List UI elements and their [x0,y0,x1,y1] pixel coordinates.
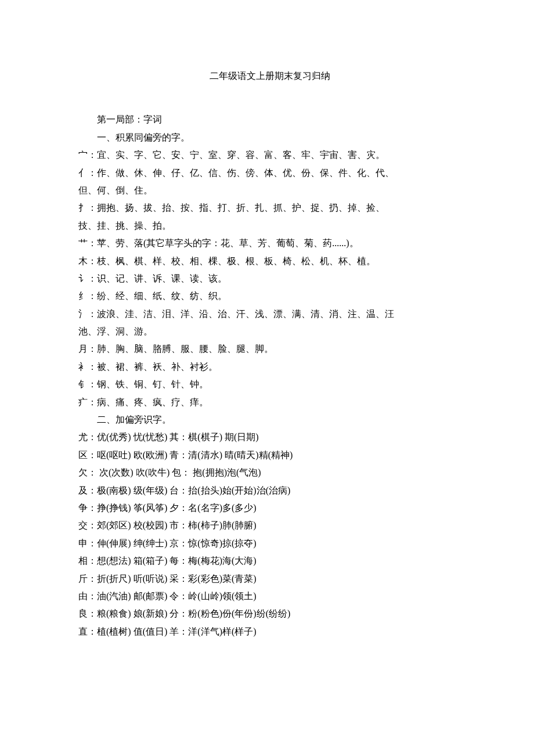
text-line: 申：伸(伸展) 绅(绅士) 京：惊(惊奇)掠(掠夺) [78,535,461,552]
text-line: 及：极(南极) 级(年级) 台：抬(抬头)始(开始)治(治病) [78,482,461,499]
text-line: 池、浮、洞、游。 [78,323,461,340]
text-line: 交：郊(郊区) 校(校园) 市：柿(柿子)肺(肺腑) [78,517,461,534]
section-header: 第一局部：字词 [78,111,461,128]
text-line: 艹：苹、劳、落(其它草字头的字：花、草、芳、葡萄、菊、药......)。 [78,235,461,252]
document-page: 二年级语文上册期末复习归纳 第一局部：字词 一、积累同偏旁的字。 宀：宜、实、字… [0,0,534,756]
text-line: 直：植(植树) 值(值日) 羊：洋(洋气)样(样子) [78,623,461,640]
page-title: 二年级语文上册期末复习归纳 [78,67,461,85]
text-line: 纟：纷、经、细、纸、纹、纺、织。 [78,287,461,305]
content-block-2: 尤：优(优秀) 忧(忧愁) 其：棋(棋子) 期(日期) 区：呕(呕吐) 欧(欧洲… [78,429,461,640]
subsection-header: 一、积累同偏旁的字。 [78,129,461,146]
text-line: 区：呕(呕吐) 欧(欧洲) 青：清(清水) 晴(晴天)精(精神) [78,447,461,464]
text-line: 木：枝、枫、棋、样、校、相、棵、极、根、板、椅、松、机、杯、植。 [78,253,461,270]
text-line: 欠： 次(次数) 吹(吹牛) 包： 抱(拥抱)泡(气泡) [78,464,461,481]
text-line: 月：肺、胸、脑、胳膊、服、腰、脸、腿、脚。 [78,340,461,358]
text-line: 扌：拥抱、扬、拔、抬、按、指、打、折、扎、抓、护、捉、扔、掉、捡、 [78,199,461,217]
text-line: 氵：波浪、洼、洁、泪、洋、沿、治、汗、浅、漂、满、清、消、注、温、汪 [78,305,461,323]
text-line: 争：挣(挣钱) 筝(风筝) 夕：名(名字)多(多少) [78,499,461,517]
text-line: 由：油(汽油) 邮(邮票) 令：岭(山岭)领(领土) [78,588,461,605]
text-line: 衤：被、裙、裤、袄、补、衬衫。 [78,358,461,376]
text-line: 斤：折(折尺) 听(听说) 采：彩(彩色)菜(青菜) [78,570,461,588]
text-line: 疒：病、痛、疼、疯、疗、痒。 [78,394,461,411]
text-line: 但、何、倒、住。 [78,182,461,199]
text-line: 讠：识、记、讲、诉、课、读、该。 [78,270,461,287]
text-line: 宀：宜、实、字、它、安、宁、室、穿、容、富、客、牢、宇宙、害、灾。 [78,146,461,164]
text-line: 钅：钢、铁、铜、钉、针、钟。 [78,376,461,393]
text-line: 良：粮(粮食) 娘(新娘) 分：粉(粉色)份(年份)纷(纷纷) [78,605,461,622]
content-block-1: 宀：宜、实、字、它、安、宁、室、穿、容、富、客、牢、宇宙、害、灾。 亻：作、做、… [78,146,461,411]
text-line: 相：想(想法) 箱(箱子) 每：梅(梅花)海(大海) [78,552,461,570]
text-line: 尤：优(优秀) 忧(忧愁) 其：棋(棋子) 期(日期) [78,429,461,446]
subsection-header: 二、加偏旁识字。 [78,411,461,429]
text-line: 技、挂、挑、操、拍。 [78,217,461,235]
text-line: 亻：作、做、休、伸、仔、亿、信、伤、傍、体、优、份、保、件、化、代、 [78,164,461,182]
